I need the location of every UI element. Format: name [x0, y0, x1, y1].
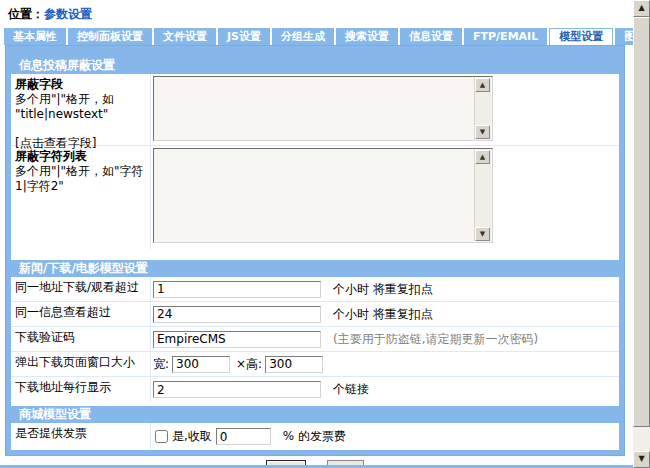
same-address-label: 同一地址下载/观看超过 — [11, 277, 151, 301]
tab-bar: 基本属性 控制面板设置 文件设置 JS设置 分组生成 搜索设置 信息设置 FTP… — [4, 28, 650, 45]
download-code-label: 下载验证码 — [11, 327, 151, 351]
shield-chars-textarea[interactable]: ▲ ▼ — [153, 148, 493, 243]
height-label: ×高: — [236, 356, 262, 373]
same-address-field-cell: 个小时 将重复扣点 — [151, 277, 619, 301]
download-code-input[interactable] — [153, 331, 321, 348]
tab-file[interactable]: 文件设置 — [154, 28, 216, 45]
same-info-label: 同一信息查看超过 — [11, 302, 151, 326]
invoice-checkbox[interactable] — [155, 430, 168, 443]
table-row: 是否提供发票 是,收取 % 的发票费 — [11, 423, 619, 450]
shield-fields-label: 屏蔽字段 — [15, 77, 146, 92]
invoice-checkbox-label: 是,收取 — [172, 428, 212, 445]
screen: 位置：参数设置 基本属性 控制面板设置 文件设置 JS设置 分组生成 搜索设置 … — [0, 0, 650, 468]
table-row: 下载地址每行显示 个链接 — [11, 377, 619, 402]
shield-chars-desc: 多个用"|"格开，如"字符1|字符2" — [15, 164, 146, 194]
download-code-field-cell: (主要用于防盗链,请定期更新一次密码) — [151, 327, 619, 351]
table-row: 同一地址下载/观看超过 个小时 将重复扣点 — [11, 277, 619, 302]
tab-control-panel[interactable]: 控制面板设置 — [68, 28, 152, 45]
breadcrumb-label: 位置： — [8, 7, 44, 21]
scroll-down-icon[interactable]: ▼ — [475, 125, 490, 139]
links-per-line-field-cell: 个链接 — [151, 377, 619, 402]
section-header-model-settings: 新闻/下载/电影模型设置 — [11, 260, 619, 277]
table-row: 下载验证码 (主要用于防盗链,请定期更新一次密码) — [11, 327, 619, 352]
links-per-line-input[interactable] — [153, 381, 321, 398]
scrollbar-thumb[interactable] — [633, 17, 650, 427]
invoice-fee-suffix: % 的发票费 — [283, 428, 346, 445]
links-per-line-suffix: 个链接 — [333, 381, 369, 398]
same-info-input[interactable] — [153, 306, 321, 323]
shield-settings-table: 屏蔽字段 多个用"|"格开，如 "title|newstext" [点击查看字段… — [11, 74, 619, 249]
tab-info[interactable]: 信息设置 — [400, 28, 462, 45]
width-label: 宽: — [153, 356, 169, 373]
table-row: 同一信息查看超过 个小时 将重复扣点 — [11, 302, 619, 327]
invoice-label: 是否提供发票 — [11, 423, 151, 450]
breadcrumb-link[interactable]: 参数设置 — [44, 7, 92, 21]
links-per-line-label: 下载地址每行显示 — [11, 377, 151, 402]
scroll-up-icon[interactable]: ▲ — [475, 150, 490, 164]
same-address-input[interactable] — [153, 281, 321, 298]
shield-fields-field-cell: ▲ ▼ — [151, 74, 619, 145]
section-header-submission-shield: 信息投稿屏蔽设置 — [11, 57, 619, 74]
scrollbar-up-icon[interactable]: ▲ — [633, 0, 650, 17]
download-code-note: (主要用于防盗链,请定期更新一次密码) — [333, 331, 538, 348]
mall-settings-table: 是否提供发票 是,收取 % 的发票费 — [11, 423, 619, 450]
shield-chars-label-cell: 屏蔽字符列表 多个用"|"格开，如"字符1|字符2" — [11, 146, 151, 249]
table-row: 弹出下载页面窗口大小 宽: ×高: — [11, 352, 619, 377]
scrollbar-down-icon[interactable]: ▼ — [633, 451, 650, 468]
popup-window-size-field-cell: 宽: ×高: — [151, 352, 619, 376]
section-header-mall-settings: 商城模型设置 — [11, 406, 619, 423]
shield-fields-label-cell: 屏蔽字段 多个用"|"格开，如 "title|newstext" [点击查看字段… — [11, 74, 151, 145]
tab-group-generate[interactable]: 分组生成 — [272, 28, 334, 45]
popup-width-input[interactable] — [172, 356, 230, 373]
invoice-fee-input[interactable] — [216, 428, 271, 445]
tab-search[interactable]: 搜索设置 — [336, 28, 398, 45]
tab-js[interactable]: JS设置 — [218, 28, 270, 45]
shield-chars-label: 屏蔽字符列表 — [15, 149, 146, 164]
same-info-suffix: 个小时 将重复扣点 — [333, 306, 433, 323]
tab-basic-properties[interactable]: 基本属性 — [4, 28, 66, 45]
invoice-field-cell: 是,收取 % 的发票费 — [151, 423, 619, 450]
breadcrumb: 位置：参数设置 — [0, 0, 650, 28]
textarea-scrollbar[interactable]: ▲ ▼ — [474, 78, 491, 139]
same-address-suffix: 个小时 将重复扣点 — [333, 281, 433, 298]
table-row: 屏蔽字符列表 多个用"|"格开，如"字符1|字符2" ▲ ▼ — [11, 146, 619, 249]
table-row: 屏蔽字段 多个用"|"格开，如 "title|newstext" [点击查看字段… — [11, 74, 619, 146]
tab-ftp-email[interactable]: FTP/EMAIL — [464, 28, 547, 45]
spacer — [11, 249, 619, 260]
same-info-field-cell: 个小时 将重复扣点 — [151, 302, 619, 326]
popup-height-input[interactable] — [265, 356, 323, 373]
settings-panel: 信息投稿屏蔽设置 屏蔽字段 多个用"|"格开，如 "title|newstext… — [5, 45, 625, 456]
shield-fields-textarea[interactable]: ▲ ▼ — [153, 76, 493, 141]
tab-model[interactable]: 模型设置 — [549, 28, 613, 45]
shield-fields-desc: 多个用"|"格开，如 "title|newstext" — [15, 92, 146, 122]
model-settings-table: 同一地址下载/观看超过 个小时 将重复扣点 同一信息查看超过 个小时 将重复扣点… — [11, 277, 619, 402]
window-scrollbar[interactable]: ▲ ▼ — [633, 0, 650, 468]
scroll-down-icon[interactable]: ▼ — [475, 227, 490, 241]
textarea-scrollbar[interactable]: ▲ ▼ — [474, 150, 491, 241]
shield-chars-field-cell: ▲ ▼ — [151, 146, 619, 249]
scroll-up-icon[interactable]: ▲ — [475, 78, 490, 92]
popup-window-size-label: 弹出下载页面窗口大小 — [11, 352, 151, 376]
